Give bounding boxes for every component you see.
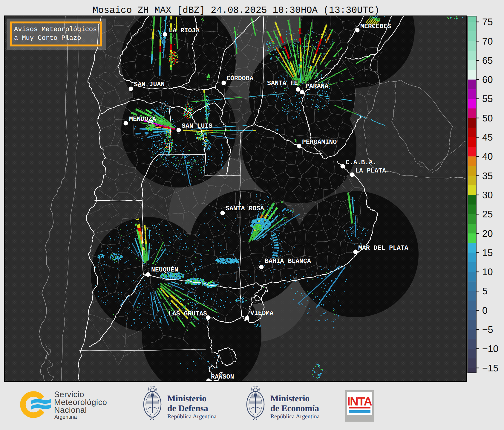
svg-text:de Defensa: de Defensa	[167, 404, 208, 413]
svg-text:65: 65	[482, 55, 493, 66]
svg-text:Mosaico ZH MAX [dBZ] 24.08.202: Mosaico ZH MAX [dBZ] 24.08.2025 10:30HOA…	[93, 5, 380, 16]
svg-text:35: 35	[482, 170, 493, 181]
svg-text:MAR DEL PLATA: MAR DEL PLATA	[358, 245, 408, 252]
svg-text:25: 25	[482, 209, 493, 219]
svg-text:PERGAMINO: PERGAMINO	[302, 139, 337, 146]
svg-text:15: 15	[482, 247, 493, 258]
svg-text:−15: −15	[482, 363, 498, 373]
svg-text:Nacional: Nacional	[54, 405, 87, 414]
svg-text:LA RIOJA: LA RIOJA	[169, 27, 200, 34]
svg-text:70: 70	[482, 36, 493, 47]
svg-text:SANTA FE: SANTA FE	[267, 80, 298, 87]
svg-text:VIEDMA: VIEDMA	[250, 310, 274, 317]
svg-text:20: 20	[482, 228, 493, 239]
svg-text:−5: −5	[482, 324, 493, 335]
svg-text:INTA: INTA	[347, 395, 372, 408]
svg-text:RAWSON: RAWSON	[211, 373, 234, 381]
svg-text:MENDOZA: MENDOZA	[129, 116, 156, 123]
svg-text:50: 50	[482, 113, 493, 123]
svg-text:NEUQUÉN: NEUQUÉN	[151, 266, 178, 274]
svg-text:a Muy Corto Plazo: a Muy Corto Plazo	[14, 34, 81, 42]
svg-text:LAS GRUTAS: LAS GRUTAS	[168, 310, 207, 318]
svg-text:BAHÍA BLANCA: BAHÍA BLANCA	[265, 257, 311, 265]
svg-text:Avisos Meteorológicos: Avisos Meteorológicos	[14, 26, 97, 33]
svg-text:CÓRDOBA: CÓRDOBA	[226, 75, 253, 82]
svg-text:SANTA ROSA: SANTA ROSA	[226, 205, 264, 212]
svg-text:0: 0	[482, 305, 488, 316]
svg-text:C.A.B.A.: C.A.B.A.	[346, 159, 376, 166]
svg-text:PARANÁ: PARANÁ	[305, 83, 329, 90]
svg-text:de Economía: de Economía	[270, 404, 319, 413]
svg-text:60: 60	[482, 74, 493, 85]
svg-text:Ministerio: Ministerio	[270, 394, 310, 403]
svg-text:−10: −10	[482, 343, 498, 354]
svg-text:SAN LUIS: SAN LUIS	[182, 123, 212, 130]
svg-text:SAN JUAN: SAN JUAN	[134, 81, 165, 88]
svg-text:30: 30	[482, 190, 493, 200]
svg-text:Ministerio: Ministerio	[167, 394, 206, 403]
svg-text:LA PLATA: LA PLATA	[355, 167, 386, 175]
svg-text:10: 10	[482, 266, 493, 277]
svg-text:5: 5	[482, 286, 488, 296]
svg-text:República Argentina: República Argentina	[167, 413, 217, 420]
svg-text:República Argentina: República Argentina	[270, 413, 320, 420]
svg-text:75: 75	[482, 16, 493, 27]
svg-text:55: 55	[482, 93, 493, 104]
svg-text:Argentina: Argentina	[54, 414, 77, 420]
svg-text:MERCEDES: MERCEDES	[360, 23, 391, 30]
svg-text:45: 45	[482, 132, 493, 143]
svg-text:40: 40	[482, 151, 493, 162]
